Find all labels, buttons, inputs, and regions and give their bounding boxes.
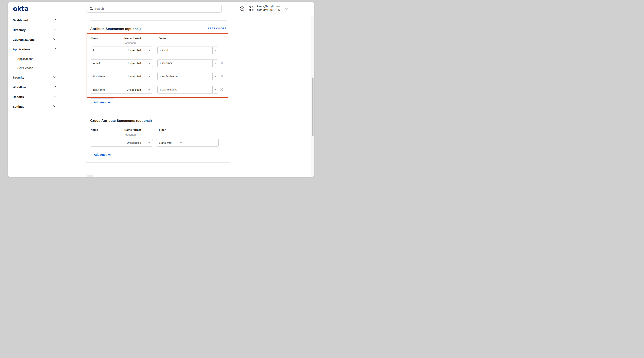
app-logo-placeholder [87, 175, 93, 177]
select-value: Starts with [159, 141, 172, 144]
select-value: Unspecified [126, 62, 141, 65]
section-divider [90, 112, 226, 112]
sidebar-item-customizations[interactable]: Customizations [8, 35, 61, 45]
dropdown-arrow-icon [148, 50, 150, 51]
chevron-down-icon [54, 37, 56, 40]
combobox-value: user.email [160, 62, 172, 65]
sidebar-item-label: Workflow [13, 86, 26, 89]
user-menu[interactable]: kiran@boxyhq.com okta-dev-20901260 [256, 5, 282, 12]
sidebar-item-label: Reports [13, 95, 24, 99]
attribute-name-format-select[interactable]: Unspecified [124, 60, 153, 67]
global-search[interactable] [86, 5, 222, 13]
sidebar-item-directory[interactable]: Directory [8, 25, 61, 35]
apps-grid-icon[interactable] [249, 7, 254, 11]
dropdown-arrow-icon [214, 63, 216, 64]
attribute-value-combobox[interactable]: user.id [157, 47, 218, 54]
sidebar-item-security[interactable]: Security [8, 73, 61, 82]
attribute-name-format-select[interactable]: Unspecified [124, 86, 153, 94]
attribute-name-input[interactable] [90, 86, 124, 94]
group-attribute-row: Unspecified Starts with [85, 139, 231, 147]
add-another-attribute-button[interactable]: Add Another [90, 99, 114, 106]
search-icon [90, 7, 93, 10]
sidebar-subitem-self-service[interactable]: Self Service [8, 64, 61, 73]
remove-row-button[interactable]: ✕ [220, 88, 224, 92]
column-header-name: Name [90, 37, 98, 40]
sidebar-item-label: Applications [13, 48, 30, 51]
sidebar-subitem-applications[interactable]: Applications [8, 54, 61, 64]
grid-square [249, 9, 251, 11]
sidebar-item-label: Dashboard [13, 19, 28, 22]
attribute-statement-row: Unspecified user.id ✕ [87, 47, 228, 54]
chevron-down-icon [54, 18, 56, 21]
combobox-arrow-segment[interactable] [212, 73, 218, 80]
section-divider [90, 21, 226, 21]
sidebar-item-applications[interactable]: Applications [8, 45, 61, 54]
attribute-statement-row: Unspecified user.email ✕ [87, 60, 228, 67]
group-name-format-select[interactable]: Unspecified [124, 139, 153, 147]
remove-row-button[interactable]: ✕ [220, 61, 224, 65]
attribute-name-format-select[interactable]: Unspecified [124, 47, 153, 54]
grid-square [249, 7, 251, 8]
dropdown-arrow-icon [214, 76, 216, 77]
attribute-name-input[interactable] [90, 73, 124, 80]
chevron-down-icon [54, 28, 56, 30]
select-value: Unspecified [126, 88, 141, 91]
combobox-arrow-segment[interactable] [212, 60, 218, 67]
group-column-header-name-format: Name format [124, 128, 141, 131]
attribute-statement-row: Unspecified user.lastName ✕ [87, 86, 228, 94]
chevron-down-icon [54, 104, 56, 107]
attribute-statements-title: Attribute Statements (optional) [90, 27, 140, 31]
sidebar-item-workflow[interactable]: Workflow [8, 82, 61, 92]
combobox-value: user.lastName [160, 88, 178, 91]
combobox-arrow-segment[interactable] [212, 86, 218, 93]
chevron-down-icon[interactable] [285, 7, 288, 10]
main-content: Attribute Statements (optional) LEARN MO… [61, 15, 311, 177]
combobox-value: user.id [160, 49, 168, 52]
user-org: okta-dev-20901260 [256, 8, 282, 12]
grid-square [252, 9, 254, 11]
learn-more-link[interactable]: LEARN MORE [208, 27, 226, 30]
group-filter-operator-select[interactable]: Starts with [156, 139, 185, 147]
dropdown-arrow-icon [214, 50, 216, 51]
chevron-down-icon [54, 95, 56, 97]
column-header-name-format: Name format [124, 37, 141, 40]
sidebar-item-reports[interactable]: Reports [8, 92, 61, 102]
group-column-header-filter: Filter [159, 128, 166, 131]
select-value: Unspecified [126, 49, 141, 52]
sidebar-item-label: Customizations [13, 38, 34, 41]
add-another-group-attribute-button[interactable]: Add Another [90, 151, 114, 158]
group-name-input[interactable] [90, 139, 124, 147]
okta-logo: okta [13, 5, 28, 13]
group-attribute-statements-title: Group Attribute Statements (optional) [90, 119, 152, 123]
combobox-arrow-segment[interactable] [212, 47, 218, 54]
dropdown-arrow-icon [148, 142, 150, 144]
group-column-note-optional: (optional) [124, 133, 136, 136]
select-value: Unspecified [126, 75, 141, 78]
help-icon[interactable]: ? [240, 7, 244, 11]
saml-settings-card: Attribute Statements (optional) LEARN MO… [85, 15, 231, 163]
select-value: Unspecified [127, 141, 141, 144]
sidebar-item-label: Directory [13, 28, 26, 32]
dropdown-arrow-icon [214, 89, 216, 91]
sidebar-item-label: Settings [13, 105, 24, 108]
scrollbar-thumb[interactable] [312, 78, 314, 136]
attribute-name-input[interactable] [90, 60, 124, 67]
attribute-value-combobox[interactable]: user.lastName [157, 86, 218, 94]
scrollbar-track[interactable] [311, 15, 314, 177]
group-filter-value-input[interactable] [184, 139, 219, 147]
next-section-card [85, 173, 231, 177]
column-header-value: Value [160, 37, 166, 40]
attribute-statements-fieldset: Name Name format (optional) Value Unspec… [86, 33, 228, 98]
dropdown-arrow-icon [148, 90, 150, 91]
attribute-name-format-select[interactable]: Unspecified [124, 73, 153, 80]
sidebar-item-dashboard[interactable]: Dashboard [8, 15, 61, 25]
dropdown-arrow-icon [148, 76, 150, 77]
grid-square [252, 7, 254, 8]
attribute-value-combobox[interactable]: user.email [157, 60, 218, 67]
attribute-name-input[interactable] [90, 47, 124, 54]
search-input[interactable] [94, 7, 208, 10]
attribute-value-combobox[interactable]: user.firstName [157, 73, 218, 80]
group-column-header-name: Name [90, 128, 98, 131]
sidebar-item-settings[interactable]: Settings [8, 102, 61, 112]
remove-row-button[interactable]: ✕ [220, 74, 224, 78]
